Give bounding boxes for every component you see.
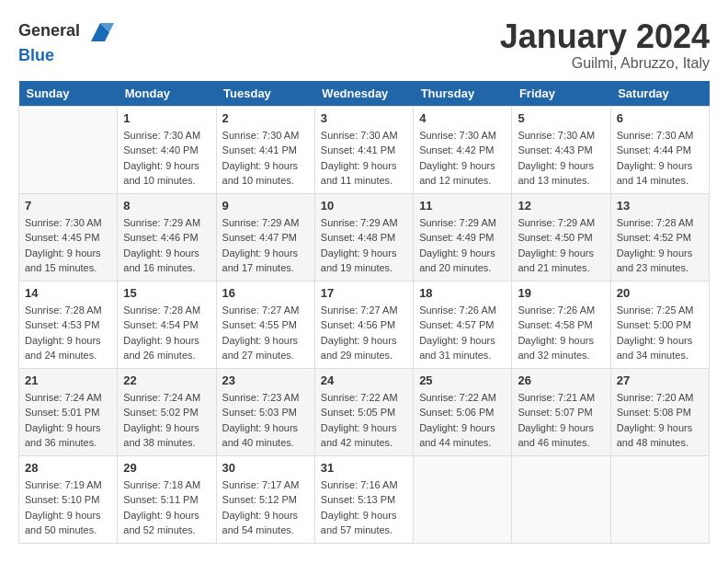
sunset-text: Sunset: 5:03 PM — [222, 405, 309, 420]
calendar-day-cell: 29 Sunrise: 7:18 AM Sunset: 5:11 PM Dayl… — [118, 455, 216, 543]
sunrise-text: Sunrise: 7:30 AM — [123, 128, 210, 144]
day-of-week-header: Saturday — [610, 81, 709, 107]
daylight-text: Daylight: 9 hours and 57 minutes. — [321, 508, 407, 538]
sunset-text: Sunset: 4:48 PM — [321, 230, 407, 246]
daylight-text: Daylight: 9 hours and 27 minutes. — [222, 333, 309, 363]
day-info: Sunrise: 7:23 AM Sunset: 5:03 PM Dayligh… — [222, 390, 309, 451]
sunrise-text: Sunrise: 7:30 AM — [518, 128, 604, 144]
day-number: 27 — [617, 373, 703, 387]
day-number: 28 — [25, 461, 111, 475]
calendar-day-cell — [414, 455, 512, 543]
page-header: General Blue January 2024 Guilmi, Abruzz… — [18, 18, 710, 72]
daylight-text: Daylight: 9 hours and 19 minutes. — [321, 246, 407, 276]
day-number: 7 — [25, 199, 111, 213]
sunset-text: Sunset: 4:54 PM — [123, 317, 210, 333]
day-number: 4 — [419, 111, 506, 125]
sunrise-text: Sunrise: 7:24 AM — [123, 390, 210, 406]
calendar-day-cell: 13 Sunrise: 7:28 AM Sunset: 4:52 PM Dayl… — [610, 193, 709, 281]
calendar-day-cell: 3 Sunrise: 7:30 AM Sunset: 4:41 PM Dayli… — [314, 106, 413, 193]
day-number: 25 — [419, 373, 506, 387]
calendar-day-cell — [610, 455, 709, 543]
sunset-text: Sunset: 4:41 PM — [321, 143, 407, 158]
day-info: Sunrise: 7:17 AM Sunset: 5:12 PM Dayligh… — [222, 477, 309, 538]
sunrise-text: Sunrise: 7:30 AM — [419, 128, 506, 144]
sunset-text: Sunset: 4:46 PM — [123, 230, 210, 246]
day-info: Sunrise: 7:28 AM Sunset: 4:54 PM Dayligh… — [123, 303, 210, 363]
calendar-day-cell: 11 Sunrise: 7:29 AM Sunset: 4:49 PM Dayl… — [414, 193, 512, 281]
day-number: 19 — [518, 286, 604, 300]
day-number: 11 — [419, 199, 506, 213]
daylight-text: Daylight: 9 hours and 48 minutes. — [617, 420, 703, 451]
day-info: Sunrise: 7:28 AM Sunset: 4:53 PM Dayligh… — [25, 303, 111, 363]
sunrise-text: Sunrise: 7:22 AM — [321, 390, 407, 406]
daylight-text: Daylight: 9 hours and 40 minutes. — [222, 420, 309, 451]
sunrise-text: Sunrise: 7:28 AM — [25, 303, 111, 318]
day-of-week-header: Wednesday — [314, 81, 413, 107]
sunset-text: Sunset: 4:58 PM — [518, 317, 604, 333]
day-number: 3 — [321, 111, 407, 125]
sunset-text: Sunset: 4:40 PM — [123, 143, 210, 158]
sunrise-text: Sunrise: 7:30 AM — [321, 128, 407, 144]
daylight-text: Daylight: 9 hours and 21 minutes. — [518, 246, 604, 276]
sunset-text: Sunset: 4:57 PM — [419, 317, 506, 333]
day-number: 13 — [617, 199, 703, 213]
day-of-week-header: Monday — [118, 81, 216, 107]
logo-text-blue: Blue — [18, 46, 54, 64]
day-number: 20 — [617, 286, 703, 300]
calendar-day-cell: 18 Sunrise: 7:26 AM Sunset: 4:57 PM Dayl… — [414, 281, 512, 368]
sunset-text: Sunset: 4:44 PM — [617, 143, 703, 158]
daylight-text: Daylight: 9 hours and 42 minutes. — [321, 420, 407, 451]
day-info: Sunrise: 7:30 AM Sunset: 4:42 PM Dayligh… — [419, 128, 506, 189]
day-number: 26 — [518, 373, 604, 387]
day-number: 17 — [321, 286, 407, 300]
calendar-day-cell: 17 Sunrise: 7:27 AM Sunset: 4:56 PM Dayl… — [314, 281, 413, 368]
daylight-text: Daylight: 9 hours and 16 minutes. — [123, 246, 210, 276]
day-number: 16 — [222, 286, 309, 300]
sunrise-text: Sunrise: 7:27 AM — [321, 303, 407, 318]
daylight-text: Daylight: 9 hours and 11 minutes. — [321, 158, 407, 189]
day-number: 1 — [123, 111, 210, 125]
day-info: Sunrise: 7:29 AM Sunset: 4:49 PM Dayligh… — [419, 215, 506, 276]
sunset-text: Sunset: 5:00 PM — [617, 317, 703, 333]
sunrise-text: Sunrise: 7:30 AM — [222, 128, 309, 144]
logo: General Blue — [18, 18, 114, 65]
daylight-text: Daylight: 9 hours and 23 minutes. — [617, 246, 703, 276]
daylight-text: Daylight: 9 hours and 10 minutes. — [123, 158, 210, 189]
daylight-text: Daylight: 9 hours and 12 minutes. — [419, 158, 506, 189]
calendar-day-cell: 23 Sunrise: 7:23 AM Sunset: 5:03 PM Dayl… — [216, 368, 314, 455]
calendar-day-cell: 6 Sunrise: 7:30 AM Sunset: 4:44 PM Dayli… — [610, 106, 709, 193]
calendar-table: SundayMondayTuesdayWednesdayThursdayFrid… — [18, 81, 710, 544]
daylight-text: Daylight: 9 hours and 20 minutes. — [419, 246, 506, 276]
sunset-text: Sunset: 4:41 PM — [222, 143, 309, 158]
calendar-week-row: 1 Sunrise: 7:30 AM Sunset: 4:40 PM Dayli… — [19, 106, 710, 193]
calendar-day-cell: 21 Sunrise: 7:24 AM Sunset: 5:01 PM Dayl… — [19, 368, 118, 455]
sunrise-text: Sunrise: 7:26 AM — [419, 303, 506, 318]
sunset-text: Sunset: 4:56 PM — [321, 317, 407, 333]
day-info: Sunrise: 7:29 AM Sunset: 4:47 PM Dayligh… — [222, 215, 309, 276]
calendar-day-cell: 25 Sunrise: 7:22 AM Sunset: 5:06 PM Dayl… — [414, 368, 512, 455]
daylight-text: Daylight: 9 hours and 29 minutes. — [321, 333, 407, 363]
sunrise-text: Sunrise: 7:22 AM — [419, 390, 506, 406]
daylight-text: Daylight: 9 hours and 13 minutes. — [518, 158, 604, 189]
sunset-text: Sunset: 5:08 PM — [617, 405, 703, 420]
sunrise-text: Sunrise: 7:29 AM — [321, 215, 407, 231]
calendar-day-cell: 27 Sunrise: 7:20 AM Sunset: 5:08 PM Dayl… — [610, 368, 709, 455]
daylight-text: Daylight: 9 hours and 34 minutes. — [617, 333, 703, 363]
sunset-text: Sunset: 4:50 PM — [518, 230, 604, 246]
day-info: Sunrise: 7:26 AM Sunset: 4:58 PM Dayligh… — [518, 303, 604, 363]
day-number: 29 — [123, 461, 210, 475]
calendar-day-cell: 5 Sunrise: 7:30 AM Sunset: 4:43 PM Dayli… — [512, 106, 610, 193]
calendar-day-cell: 12 Sunrise: 7:29 AM Sunset: 4:50 PM Dayl… — [512, 193, 610, 281]
calendar-day-cell: 19 Sunrise: 7:26 AM Sunset: 4:58 PM Dayl… — [512, 281, 610, 368]
day-number: 24 — [321, 373, 407, 387]
calendar-day-cell: 2 Sunrise: 7:30 AM Sunset: 4:41 PM Dayli… — [216, 106, 314, 193]
day-info: Sunrise: 7:29 AM Sunset: 4:46 PM Dayligh… — [123, 215, 210, 276]
calendar-day-cell: 1 Sunrise: 7:30 AM Sunset: 4:40 PM Dayli… — [118, 106, 216, 193]
calendar-day-cell — [19, 106, 118, 193]
day-info: Sunrise: 7:30 AM Sunset: 4:40 PM Dayligh… — [123, 128, 210, 189]
daylight-text: Daylight: 9 hours and 32 minutes. — [518, 333, 604, 363]
calendar-day-cell: 22 Sunrise: 7:24 AM Sunset: 5:02 PM Dayl… — [118, 368, 216, 455]
calendar-week-row: 14 Sunrise: 7:28 AM Sunset: 4:53 PM Dayl… — [19, 281, 710, 368]
day-info: Sunrise: 7:22 AM Sunset: 5:06 PM Dayligh… — [419, 390, 506, 451]
day-info: Sunrise: 7:21 AM Sunset: 5:07 PM Dayligh… — [518, 390, 604, 451]
